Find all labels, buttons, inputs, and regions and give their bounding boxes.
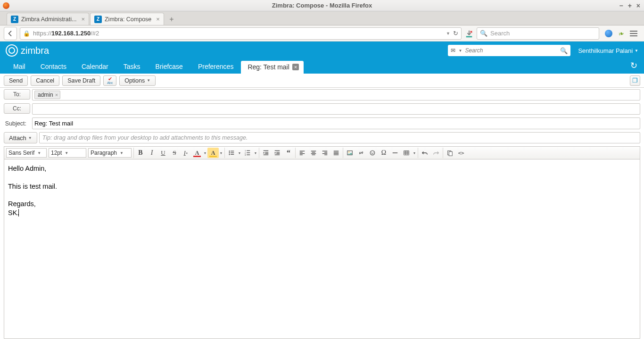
nav-calendar[interactable]: Calendar [74,60,116,74]
detach-button[interactable]: ❐ [630,75,640,86]
paste-button[interactable] [444,148,455,158]
window-close-button[interactable]: × [636,2,640,9]
align-left-button[interactable] [297,148,308,158]
align-justify-button[interactable] [330,148,342,158]
highlight-dropdown[interactable]: ▼ [219,151,223,155]
user-menu[interactable]: Senthilkumar Palani ▼ [578,47,638,54]
special-char-button[interactable]: Ω [378,148,389,158]
clear-format-button[interactable]: I× [180,148,191,158]
svg-rect-23 [300,153,305,154]
globe-icon[interactable] [605,30,612,37]
svg-rect-29 [322,151,328,151]
bullet-list-button[interactable] [226,148,237,158]
subject-field[interactable] [32,117,640,129]
to-field[interactable]: admin× [32,89,640,100]
editor-body[interactable]: Hello Admin, This is test mail. Regards,… [4,159,640,339]
options-button[interactable]: Options▼ [119,75,156,86]
source-button[interactable]: <> [455,148,467,158]
font-color-dropdown[interactable]: ▼ [203,151,207,155]
browser-search-field[interactable]: 🔍 Search [477,27,599,40]
nav-contacts[interactable]: Contacts [33,60,74,74]
text-cursor [18,209,19,217]
nav-preferences[interactable]: Preferences [190,60,241,74]
table-button[interactable] [401,148,412,158]
downloads-icon[interactable] [464,29,474,38]
underline-button[interactable]: U [157,148,169,158]
body-line: SK. [8,209,19,217]
hr-button[interactable] [389,148,401,158]
redo-button[interactable] [430,148,442,158]
search-icon[interactable]: 🔍 [560,47,568,54]
nav-compose-tab[interactable]: Reg: Test mail × [241,61,303,74]
body-line: Regards, [8,200,636,209]
nav-tasks[interactable]: Tasks [116,60,148,74]
svg-rect-22 [300,152,303,152]
align-right-button[interactable] [319,148,330,158]
send-button[interactable]: Send [4,75,28,86]
font-family-select[interactable]: Sans Serif▼ [6,148,47,158]
font-size-select[interactable]: 12pt▼ [49,148,86,158]
user-name: Senthilkumar Palani [578,47,633,54]
align-center-button[interactable] [308,148,319,158]
compose-toolbar: Send Cancel Save Draft ✔Abc Options▼ ❐ [0,74,644,88]
url-dropdown-icon[interactable]: ▼ [446,31,450,36]
bold-button[interactable]: B [135,148,146,158]
svg-rect-6 [231,154,234,155]
url-field[interactable]: 🔒 https://192.168.1.250/#2 ▼ ↻ [20,27,462,40]
insert-image-button[interactable] [344,148,355,158]
editor-toolbar: Sans Serif▼ 12pt▼ Paragraph▼ B I U S I× … [4,146,640,159]
recipient-chip[interactable]: admin× [34,91,60,99]
blockquote-button[interactable]: “ [283,148,294,158]
remove-chip-icon[interactable]: × [55,92,58,98]
compose-tab-label: Reg: Test mail [248,63,289,71]
attach-tip[interactable]: Tip: drag and drop files from your deskt… [39,132,640,143]
save-draft-button[interactable]: Save Draft [62,75,100,86]
browser-tab-label: Zimbra: Compose [105,16,151,23]
insert-link-button[interactable] [355,148,367,158]
cc-button[interactable]: Cc: [4,103,30,114]
leaf-icon[interactable]: ❧ [617,28,625,38]
browser-tab-compose[interactable]: Z Zimbra: Compose × [90,13,164,25]
outdent-button[interactable] [260,148,272,158]
indent-button[interactable] [272,148,283,158]
spellcheck-button[interactable]: ✔Abc [103,75,116,86]
close-tab-icon[interactable]: × [81,16,85,23]
window-maximize-button[interactable]: + [628,2,632,9]
refresh-button[interactable]: ↻ [624,60,644,74]
zimbra-logo-icon [6,44,18,57]
table-dropdown[interactable]: ▼ [412,151,417,155]
to-row: To: admin× [0,88,644,102]
subject-input[interactable] [34,119,638,128]
search-icon: 🔍 [480,30,487,37]
undo-button[interactable] [419,148,430,158]
font-color-button[interactable]: A [191,148,203,158]
new-tab-button[interactable]: + [165,14,178,25]
close-icon[interactable]: × [292,64,299,70]
close-tab-icon[interactable]: × [156,16,160,23]
reload-icon[interactable]: ↻ [453,30,458,37]
window-minimize-button[interactable]: − [619,2,623,9]
italic-button[interactable]: I [146,148,157,158]
number-list-button[interactable]: 123 [242,148,253,158]
highlight-button[interactable]: A [207,148,219,158]
number-dropdown[interactable]: ▼ [253,151,258,155]
menu-button[interactable] [630,31,637,36]
browser-tab-admin[interactable]: Z Zimbra Administrati... × [7,13,89,25]
nav-back-button[interactable] [4,27,17,40]
format-select[interactable]: Paragraph▼ [88,148,132,158]
nav-briefcase[interactable]: Briefcase [148,60,190,74]
zimbra-logo[interactable]: zimbra [6,44,49,57]
bullet-dropdown[interactable]: ▼ [237,151,242,155]
zimbra-search-input[interactable] [465,47,557,54]
to-button[interactable]: To: [4,89,30,100]
strike-button[interactable]: S [169,148,180,158]
nav-mail[interactable]: Mail [6,60,33,74]
cancel-button[interactable]: Cancel [31,75,59,86]
zimbra-search[interactable]: ✉ ▼ 🔍 [448,45,570,56]
cc-field[interactable] [32,103,640,115]
emoji-button[interactable] [367,148,378,158]
attach-button[interactable]: Attach▼ [4,132,37,143]
zimbra-brand: zimbra [21,45,49,56]
chevron-down-icon[interactable]: ▼ [458,49,462,53]
svg-rect-31 [322,153,328,154]
